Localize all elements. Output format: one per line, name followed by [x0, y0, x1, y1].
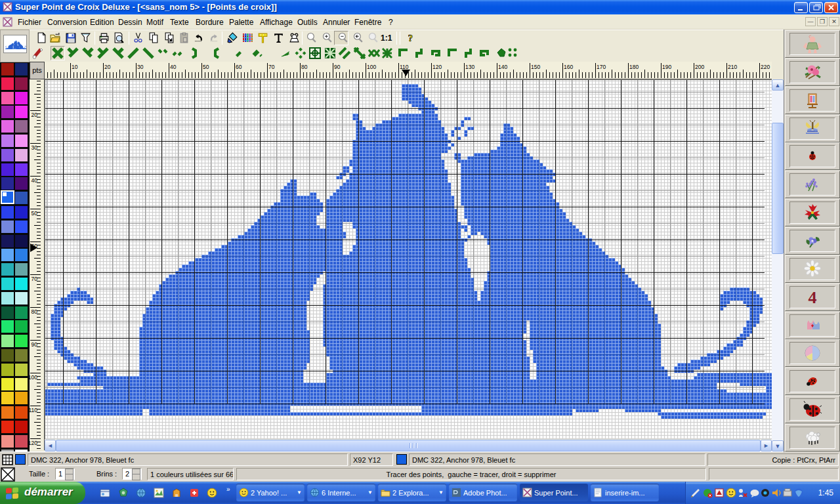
svg-text:110: 110: [30, 407, 37, 413]
svg-text:4: 4: [808, 288, 817, 306]
svg-text:120: 120: [30, 440, 37, 446]
svg-text:30: 30: [137, 64, 144, 70]
svg-text:150: 150: [531, 64, 540, 70]
svg-text:90: 90: [32, 341, 38, 348]
svg-text:190: 190: [662, 64, 671, 70]
svg-text:200: 200: [695, 64, 704, 70]
svg-text:130: 130: [465, 64, 474, 70]
svg-text:10: 10: [72, 64, 78, 70]
svg-text:?: ?: [408, 33, 413, 43]
svg-text:210: 210: [728, 64, 737, 70]
svg-text:20: 20: [32, 112, 38, 118]
svg-text:80: 80: [32, 308, 38, 315]
svg-text:40: 40: [170, 64, 177, 70]
svg-text:60: 60: [236, 64, 242, 70]
svg-text:180: 180: [629, 64, 639, 70]
svg-text:30: 30: [32, 144, 38, 151]
svg-text:140: 140: [498, 64, 507, 70]
svg-text:40: 40: [32, 177, 38, 184]
svg-text:160: 160: [564, 64, 573, 70]
svg-text:90: 90: [334, 64, 341, 70]
svg-text:50: 50: [32, 210, 38, 217]
svg-text:120: 120: [432, 64, 442, 70]
svg-text:80: 80: [301, 64, 308, 70]
svg-text:100: 100: [30, 374, 37, 381]
svg-text:20: 20: [104, 64, 111, 70]
svg-text:110: 110: [400, 64, 409, 70]
svg-text:70: 70: [268, 64, 275, 70]
svg-text:50: 50: [203, 64, 209, 70]
svg-text:70: 70: [32, 276, 38, 282]
svg-text:170: 170: [597, 64, 606, 70]
svg-text:100: 100: [367, 64, 376, 70]
svg-text:220: 220: [761, 64, 770, 70]
